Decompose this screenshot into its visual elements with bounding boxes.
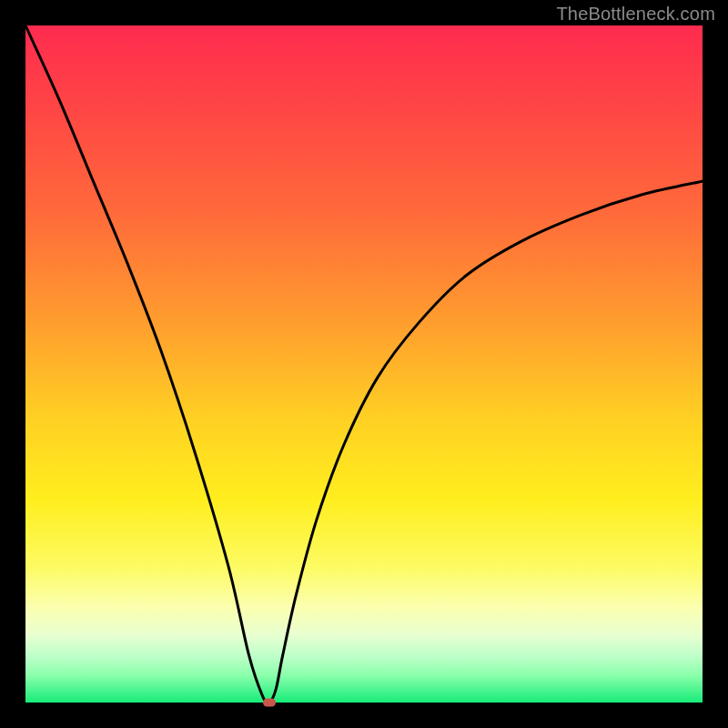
curve-svg [25, 25, 703, 703]
bottleneck-curve [25, 25, 703, 703]
plot-area [25, 25, 703, 703]
min-point-marker [263, 699, 276, 707]
chart-frame: TheBottleneck.com [0, 0, 728, 728]
watermark-text: TheBottleneck.com [556, 4, 715, 25]
